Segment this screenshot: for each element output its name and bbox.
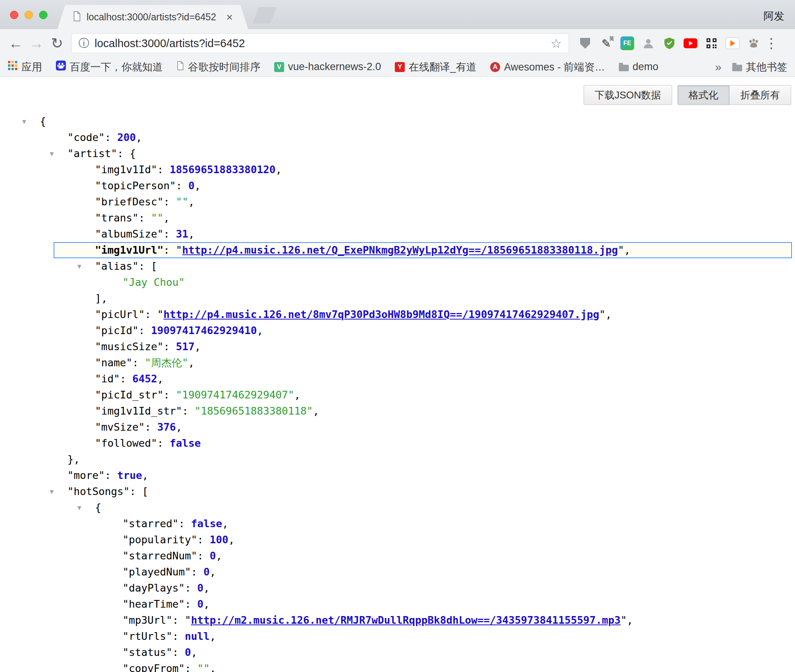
profile-name[interactable]: 阿发 <box>764 9 784 23</box>
json-token: "name" <box>95 357 132 369</box>
json-line: "playedNum": 0, <box>0 564 795 580</box>
collapse-toggle-icon[interactable]: ▼ <box>50 146 54 162</box>
json-token: false <box>191 518 222 529</box>
bookmark-google-sort[interactable]: 谷歌按时间排序 <box>177 60 260 74</box>
new-tab-button[interactable] <box>253 7 276 23</box>
shield-icon[interactable] <box>662 36 677 51</box>
collapse-all-button[interactable]: 折叠所有 <box>729 85 791 105</box>
json-token: "picUrl" <box>95 308 145 320</box>
json-token: 19097417462929410 <box>151 325 257 336</box>
tab-close-icon[interactable]: × <box>226 11 233 23</box>
close-window-button[interactable] <box>10 11 18 19</box>
collapse-toggle-icon[interactable]: ▼ <box>50 484 54 500</box>
json-token: 517 <box>176 341 195 352</box>
page-content: 下载JSON数据 格式化 折叠所有 ▼{"code": 200,▼"artist… <box>0 77 795 672</box>
json-token: "id" <box>95 373 120 385</box>
json-token: : <box>105 131 118 143</box>
address-bar[interactable]: ⓘ localhost:3000/artists?id=6452 ☆ <box>71 33 569 53</box>
json-token: " <box>620 614 627 626</box>
json-token: , <box>222 518 228 529</box>
json-token: "starredNum" <box>123 550 197 562</box>
player-icon[interactable] <box>725 36 740 51</box>
json-token: 0 <box>188 180 195 192</box>
bookmarks-overflow-icon[interactable]: » <box>715 61 721 74</box>
json-token: , <box>313 405 319 417</box>
json-token: 100 <box>210 534 229 546</box>
site-info-icon[interactable]: ⓘ <box>79 36 89 51</box>
json-token: "briefDesc" <box>95 196 164 208</box>
json-token: : <box>157 164 170 175</box>
baidu-icon <box>56 61 66 73</box>
json-token: "周杰伦" <box>145 357 188 369</box>
json-token: { <box>40 115 46 127</box>
json-token: "code" <box>67 131 105 143</box>
json-token: "hearTime" <box>123 598 185 610</box>
person-icon[interactable] <box>641 36 656 51</box>
bookmark-apps[interactable]: 应用 <box>8 60 42 74</box>
back-button[interactable]: ← <box>5 36 26 51</box>
qrcode-icon[interactable] <box>704 36 719 51</box>
browser-tab[interactable]: localhost:3000/artists?id=6452 × <box>57 5 248 29</box>
json-token: "albumSize" <box>95 228 164 240</box>
bookmark-vue-hackernews[interactable]: V vue-hackernews-2.0 <box>274 61 381 73</box>
bookmark-demo-folder[interactable]: demo <box>619 61 659 73</box>
traffic-lights <box>10 11 47 19</box>
json-token: "followed" <box>95 437 157 449</box>
json-token: 0 <box>203 566 209 578</box>
collapse-toggle-icon[interactable]: ▼ <box>77 500 81 516</box>
zoom-window-button[interactable] <box>39 11 47 19</box>
json-token: " <box>599 308 605 320</box>
json-token: true <box>117 469 142 481</box>
bookmark-star-icon[interactable]: ☆ <box>550 36 562 51</box>
paw-icon[interactable] <box>746 36 761 51</box>
other-bookmarks-folder[interactable]: 其他书签 <box>732 60 787 74</box>
collapse-toggle-icon[interactable]: ▼ <box>22 113 26 129</box>
json-token: , <box>157 373 164 385</box>
translate-pen-icon[interactable]: ✎英 <box>599 36 614 51</box>
json-url-link[interactable]: http://p4.music.126.net/Q_ExePNkmgB2yWyL… <box>182 244 618 256</box>
bookmark-baidu[interactable]: 百度一下，你就知道 <box>56 60 163 74</box>
json-line: }, <box>0 451 795 467</box>
json-token: "19097417462929407" <box>176 389 294 401</box>
collapse-toggle-icon[interactable]: ▼ <box>77 258 81 274</box>
json-token: "mvSize" <box>95 421 145 433</box>
vue-icon: V <box>274 62 284 72</box>
youdao-icon: Y <box>395 62 405 72</box>
json-token: : [ <box>130 485 149 497</box>
json-url-link[interactable]: http://m2.music.126.net/RMJR7wDullRqppBk… <box>191 614 621 626</box>
json-token: "img1v1Id_str" <box>95 405 182 417</box>
browser-menu-icon[interactable]: ⋮ <box>764 35 778 51</box>
json-token: : <box>164 244 176 256</box>
json-token: "alias" <box>95 260 139 272</box>
bookmark-label: Awesomes - 前端资… <box>504 60 605 74</box>
format-button[interactable]: 格式化 <box>677 85 730 105</box>
json-token: : <box>164 389 176 401</box>
reload-button[interactable]: ↻ <box>47 36 67 51</box>
json-token: : <box>197 550 210 562</box>
json-token: "hotSongs" <box>67 485 130 497</box>
json-url-link[interactable]: http://p4.music.126.net/8mv7qP30Pd3oHW8b… <box>164 308 599 320</box>
minimize-window-button[interactable] <box>25 11 33 19</box>
json-token: : <box>145 421 157 433</box>
page-favicon-icon <box>73 11 81 23</box>
json-token: , <box>294 389 300 401</box>
json-token: "Jay Chou" <box>123 276 185 288</box>
forward-button[interactable]: → <box>26 36 47 51</box>
json-line: "Jay Chou" <box>0 274 795 290</box>
bookmark-awesomes[interactable]: A Awesomes - 前端资… <box>490 60 605 74</box>
json-token: 6452 <box>132 373 157 385</box>
bookmark-youdao[interactable]: Y 在线翻译_有道 <box>395 60 476 74</box>
json-token: , <box>136 131 142 143</box>
v-banner-icon[interactable] <box>577 36 593 51</box>
json-token: , <box>188 196 195 208</box>
youtube-icon[interactable] <box>683 36 698 51</box>
url-text[interactable]: localhost:3000/artists?id=6452 <box>95 37 545 50</box>
bookmarks-bar: 应用 百度一下，你就知道 谷歌按时间排序 V vue-hackernews-2.… <box>0 57 795 77</box>
json-line: ▼{ <box>0 500 795 516</box>
fehelper-icon[interactable]: FE <box>620 36 635 51</box>
download-json-button[interactable]: 下载JSON数据 <box>584 85 672 105</box>
json-token: , <box>210 566 216 578</box>
json-line: "dayPlays": 0, <box>0 580 795 596</box>
json-line: "status": 0, <box>0 644 795 661</box>
json-token: " <box>185 614 191 626</box>
